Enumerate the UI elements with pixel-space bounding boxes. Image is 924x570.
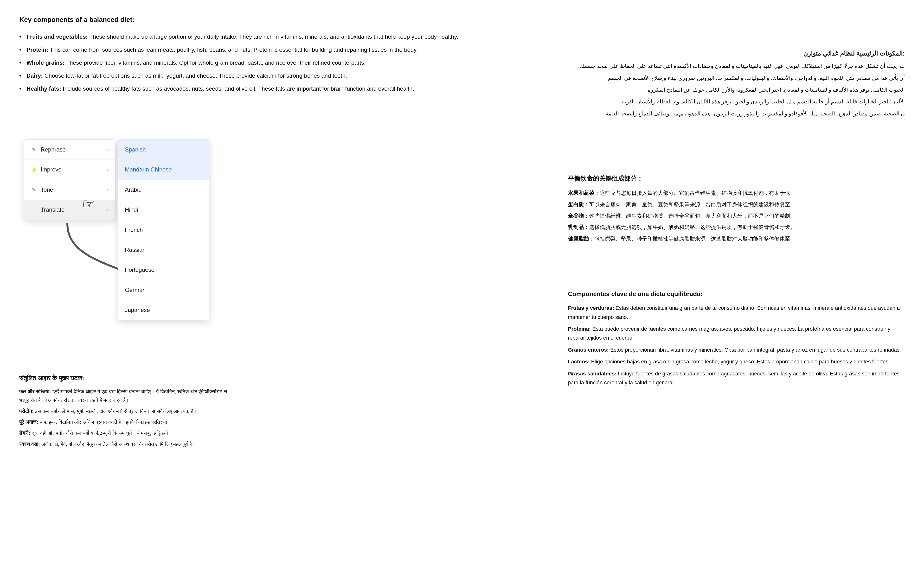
improve-icon: ⚡ bbox=[31, 166, 37, 174]
hindi-item-0: फल और सब्जियां: इन्हें आपकी दैनिक आहार म… bbox=[19, 387, 236, 404]
chevron-icon: › bbox=[107, 206, 109, 213]
lang-item-french[interactable]: French bbox=[118, 220, 209, 240]
menu-item-improve[interactable]: ⚡ Improve › bbox=[24, 160, 115, 180]
spanish-item-1: Proteína: Esta puede provenir de fuentes… bbox=[568, 325, 905, 342]
menu-item-translate[interactable]: Translate › bbox=[24, 200, 115, 219]
section-title: Key components of a balanced diet: bbox=[19, 14, 905, 25]
chevron-icon: › bbox=[107, 146, 109, 153]
chevron-icon: › bbox=[107, 186, 109, 193]
spanish-translation: Componentes clave de una dieta equilibra… bbox=[568, 289, 905, 390]
spanish-item-2: Granos enteros: Estos proporcionan fibra… bbox=[568, 345, 905, 354]
arabic-line-0: ت: يجب أن تشكل هذه جزءًا كبيرًا من استهل… bbox=[568, 61, 905, 70]
rephrase-icon: ✎ bbox=[31, 146, 37, 153]
hindi-item-2: पूरे अनाज: ये फाइबर, विटामिन और खनिज प्र… bbox=[19, 418, 236, 426]
menu-item-rephrase[interactable]: ✎ Rephrase › bbox=[24, 140, 115, 160]
hindi-translation: संतुलित आहार के मुख्य घटक:फल और सब्जियां… bbox=[19, 373, 236, 451]
arabic-line-2: الحبوب الكاملة: توفر هذه الألياف والفيتا… bbox=[568, 85, 905, 94]
lang-item-hindi[interactable]: Hindi bbox=[118, 200, 209, 220]
chinese-translation: 平衡饮食的关键组成部分：水果和蔬菜：这些应占您每日摄入量的大部分。它们富含维生素… bbox=[568, 173, 905, 245]
arabic-line-3: الألبان: اختر الخيارات قليلة الدسم أو خا… bbox=[568, 97, 905, 106]
menu-label-improve: Improve bbox=[41, 165, 61, 174]
hindi-item-4: स्वस्थ वसा: अवोकाडो, मेवे, बीज और जैतून … bbox=[19, 440, 236, 449]
menu-item-tone[interactable]: ✎ Tone › bbox=[24, 180, 115, 200]
spanish-item-0: Frutas y verduras: Estas deben constitui… bbox=[568, 303, 905, 322]
lang-item-spanish[interactable]: Spanish bbox=[118, 140, 209, 160]
spanish-item-3: Lácteos: Elige opciones bajas en grasa o… bbox=[568, 357, 905, 366]
spanish-title: Componentes clave de una dieta equilibra… bbox=[568, 289, 905, 299]
lang-item-portuguese[interactable]: Portuguese bbox=[118, 260, 209, 280]
hindi-item-3: डेयरी: दूध, दही और पनीर जैसे कम चर्बी या… bbox=[19, 429, 236, 437]
chinese-item-2: 全谷物：这些提供纤维、维生素和矿物质。选择全谷面包、意大利面和大米，而不是它们的… bbox=[568, 211, 905, 220]
arabic-title: :المكونات الرئيسية لنظام غذائي متوازن bbox=[568, 48, 905, 59]
language-submenu: SpanishMandarin ChineseArabicHindiFrench… bbox=[118, 139, 209, 320]
hindi-title: संतुलित आहार के मुख्य घटक: bbox=[19, 373, 236, 383]
tone-icon: ✎ bbox=[31, 186, 37, 194]
menu-label-translate: Translate bbox=[41, 205, 64, 214]
lang-item-mandarin[interactable]: Mandarin Chinese bbox=[118, 160, 209, 180]
chinese-item-4: 健康脂肪：包括鳄梨、坚果、种子和橄榄油等健康脂肪来源。这些脂肪对大脑功能和整体健… bbox=[568, 234, 905, 243]
lang-item-russian[interactable]: Russian bbox=[118, 240, 209, 260]
context-menu: ✎ Rephrase › ⚡ Improve › ✎ Tone › Transl… bbox=[24, 139, 115, 220]
cursor-hand: ☞ bbox=[82, 192, 95, 216]
spanish-item-4: Grasas saludables: Incluye fuentes de gr… bbox=[568, 369, 905, 387]
arabic-translation: :المكونات الرئيسية لنظام غذائي متوازنت: … bbox=[568, 48, 905, 121]
arabic-line-1: أن يأتي هذا من مصادر مثل اللحوم النية، و… bbox=[568, 74, 905, 83]
hindi-item-1: प्रोटीन: इसे कम चर्बी वाले मांस, मुर्गी,… bbox=[19, 407, 236, 415]
chinese-title: 平衡饮食的关键组成部分： bbox=[568, 173, 905, 184]
chinese-item-3: 乳制品：选择低脂肪或无脂选项，如牛奶、酸奶和奶酪。这些提供钙质，有助于强健骨骼和… bbox=[568, 223, 905, 231]
arabic-line-4: ن الصحية: ضمن مصادر الدهون الصحية مثل ال… bbox=[568, 109, 905, 118]
chevron-icon: › bbox=[107, 166, 109, 173]
chinese-item-1: 蛋白质：可以来自瘦肉、家禽、鱼类、豆类和坚果等来源。蛋白质对于身体组织的建设和修… bbox=[568, 200, 905, 209]
lang-item-arabic[interactable]: Arabic bbox=[118, 180, 209, 200]
menu-label-tone: Tone bbox=[41, 185, 53, 194]
menu-label-rephrase: Rephrase bbox=[41, 145, 66, 154]
chinese-item-0: 水果和蔬菜：这些应占您每日摄入量的大部分。它们富含维生素、矿物质和抗氧化剂，有助… bbox=[568, 188, 905, 198]
lang-item-japanese[interactable]: Japanese bbox=[118, 300, 209, 320]
lang-item-german[interactable]: German bbox=[118, 280, 209, 300]
bullet-item-0: Fruits and vegetables: These should make… bbox=[19, 32, 905, 41]
